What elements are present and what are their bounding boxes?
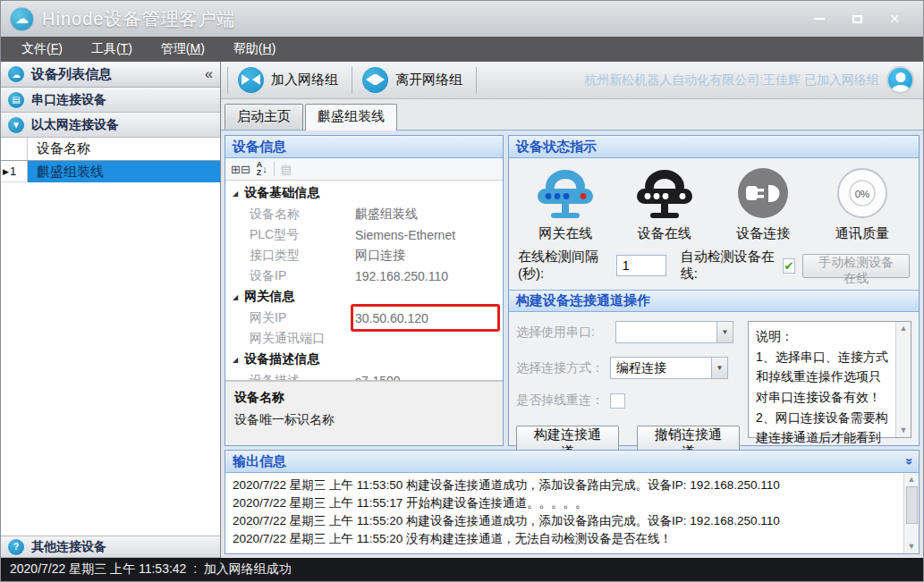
serial-port-select[interactable]: ▼ [615, 321, 733, 343]
reconnect-checkbox[interactable] [610, 393, 625, 409]
property-row-gateway-ip[interactable]: 网关IP 30.50.60.120 [225, 308, 503, 328]
device-name-column-header: 设备名称 [28, 138, 220, 160]
property-row-plc-model[interactable]: PLC型号 Siemens-Ethernet [225, 224, 503, 245]
leave-group-icon [362, 67, 388, 93]
category-collapse-icon: ◢ [233, 190, 238, 198]
window-controls: ✕ [812, 12, 914, 26]
auto-detect-label: 自动检测设备在线: [681, 249, 776, 283]
manual-detect-button[interactable]: 手动检测设备在线 [802, 254, 910, 278]
grid-toolbar-separator [274, 162, 275, 176]
indicator-device-connect: 设备连接 [714, 165, 813, 242]
chevron-down-icon[interactable]: ▼ [716, 322, 733, 342]
chevron-down-icon[interactable]: ▼ [711, 358, 727, 378]
toolbar-separator [352, 67, 352, 94]
menu-item-tools[interactable]: 工具(T) [78, 38, 146, 60]
device-info-panel: 设备信息 ⊞⊟ AZ↓ ▤ ◢ 设备基础信息 设备名 [225, 135, 504, 446]
indicator-comm-quality: 0% 通讯质量 [813, 165, 912, 242]
sidebar-item-ethernet-devices[interactable]: ▼ 以太网连接设备 [1, 113, 220, 138]
build-channel-button[interactable]: 构建连接通道 [516, 426, 619, 452]
sort-az-icon[interactable]: AZ↓ [257, 161, 267, 176]
toolbar: 加入网络组 离开网络组 杭州新松机器人自动化有限公司:王佳辉 已加入网络组 [221, 62, 923, 99]
toolbar-separator [476, 67, 477, 94]
property-row-device-description[interactable]: 设备描述 s7-1500 [225, 370, 503, 381]
device-status-header: 设备状态指示 [509, 136, 919, 158]
titlebar: ☁ Hinode设备管理客户端 ✕ [1, 1, 923, 37]
red-highlight-annotation [351, 304, 500, 332]
quality-percent-value: 0% [854, 189, 869, 199]
user-avatar-icon[interactable] [886, 66, 914, 94]
auto-detect-checkbox[interactable]: ✔ [783, 258, 796, 274]
device-status-panel: 设备状态指示 [508, 135, 920, 446]
reconnect-row: 是否掉线重连： [516, 392, 740, 409]
toolbar-separator [227, 67, 228, 94]
device-table-row[interactable]: ▶ 1 麒盛组装线 [1, 161, 220, 182]
reconnect-label: 是否掉线重连： [516, 392, 604, 409]
device-connect-icon [735, 165, 791, 221]
channel-operation-header: 构建设备连接通道操作 [509, 290, 919, 312]
table-corner-cell [1, 138, 28, 160]
output-panel: 输出信息 « 2020/7/22 星期三 上午 11:53:50 构建设备连接通… [225, 450, 920, 554]
gateway-online-icon [531, 165, 599, 221]
property-description-box: 设备名称 设备唯一标识名称 [225, 381, 503, 445]
ethernet-device-icon: ▼ [8, 117, 24, 133]
menu-item-help[interactable]: 帮助(H) [220, 38, 289, 60]
instructions-text: 说明： 1、选择串口、连接方式和掉线重连操作选项只对串口连接设备有效！ 2、网口… [749, 322, 895, 437]
collapse-output-icon[interactable]: « [901, 458, 915, 465]
connect-mode-row: 选择连接方式： 编程连接 ▼ [516, 357, 740, 379]
category-basic-info[interactable]: ◢ 设备基础信息 [225, 182, 503, 204]
property-row-interface-type[interactable]: 接口类型 网口连接 [225, 245, 503, 266]
menu-item-file[interactable]: 文件(F) [8, 38, 76, 60]
minimize-icon[interactable] [812, 12, 827, 26]
sidebar-item-serial-devices[interactable]: ▤ 串口连接设备 [1, 88, 220, 113]
scroll-down-icon[interactable]: ▼ [900, 426, 908, 435]
log-line: 2020/7/22 星期三 上午 11:55:20 没有构建连接通道，无法自动检… [233, 530, 896, 548]
output-log: 2020/7/22 星期三 上午 11:53:50 构建设备连接通道成功，添加设… [225, 473, 903, 553]
sidebar-header: ☁ 设备列表信息 « [1, 62, 220, 88]
online-check-row: 在线检测间隔(秒): 自动检测设备在线: ✔ 手动检测设备在线 [509, 246, 919, 290]
scroll-up-icon[interactable]: ▲ [900, 324, 908, 333]
tab-strip: 启动主页 麒盛组装线 [221, 99, 923, 131]
status-message: 2020/7/22 星期三 上午 11:53:42 : 加入网络组成功 [10, 561, 292, 578]
interval-label: 在线检测间隔(秒): [518, 249, 609, 283]
status-indicators: 网关在线 设 [509, 158, 919, 246]
log-line: 2020/7/22 星期三 上午 11:55:17 开始构建设备连接通道。。。。… [233, 494, 896, 512]
scroll-up-icon[interactable]: ▲ [908, 475, 916, 485]
connect-mode-label: 选择连接方式： [516, 360, 604, 376]
property-row-device-ip[interactable]: 设备IP 192.168.250.110 [225, 266, 503, 286]
instructions-scrollbar[interactable]: ▲ ▼ [895, 322, 911, 437]
join-group-icon [238, 67, 264, 93]
close-icon[interactable]: ✕ [887, 12, 902, 26]
menu-bar: 文件(F) 工具(T) 管理(M) 帮助(H) [1, 37, 923, 62]
device-info-header: 设备信息 [225, 136, 503, 158]
collapse-sidebar-icon[interactable]: « [205, 67, 213, 81]
maximize-icon[interactable] [850, 12, 864, 26]
category-description-info[interactable]: ◢ 设备描述信息 [225, 349, 503, 370]
categorized-view-icon[interactable]: ⊞⊟ [231, 164, 250, 175]
connect-mode-select[interactable]: 编程连接 ▼ [610, 357, 728, 379]
menu-item-manage[interactable]: 管理(M) [148, 38, 218, 60]
scroll-down-icon[interactable]: ▼ [908, 542, 916, 552]
window-title: Hinode设备管理客户端 [42, 7, 235, 31]
device-online-icon [631, 165, 699, 221]
channel-operation-body: 选择使用串口: ▼ 选择连接方式： 编程连接 [509, 312, 919, 445]
interval-input[interactable] [616, 255, 666, 276]
device-table-header: 设备名称 [1, 138, 220, 161]
leave-network-group-button[interactable]: 离开网络组 [355, 63, 473, 97]
tab-start-page[interactable]: 启动主页 [225, 104, 303, 130]
tab-device-page[interactable]: 麒盛组装线 [305, 104, 397, 131]
serial-device-icon: ▤ [8, 92, 24, 108]
user-network-status-text: 杭州新松机器人自动化有限公司:王佳辉 已加入网络组 [584, 72, 879, 89]
scrollbar-thumb[interactable] [906, 486, 918, 524]
join-network-group-button[interactable]: 加入网络组 [231, 63, 349, 97]
output-header: 输出信息 « [225, 451, 919, 473]
instructions-box: 说明： 1、选择串口、连接方式和掉线重连操作选项只对串口连接设备有效！ 2、网口… [748, 321, 911, 438]
output-scrollbar[interactable]: ▲ ▼ [903, 473, 919, 553]
indicator-device-online: 设备在线 [615, 165, 715, 242]
comm-quality-gauge-icon: 0% [835, 165, 890, 221]
category-collapse-icon: ◢ [233, 356, 238, 364]
property-row-device-name[interactable]: 设备名称 麒盛组装线 [225, 204, 503, 224]
revoke-channel-button[interactable]: 撤销连接通道 [637, 426, 740, 452]
device-name-cell[interactable]: 麒盛组装线 [28, 161, 220, 182]
serial-port-label: 选择使用串口: [516, 325, 595, 341]
sidebar-item-other-devices[interactable]: ? 其他连接设备 [1, 536, 220, 558]
